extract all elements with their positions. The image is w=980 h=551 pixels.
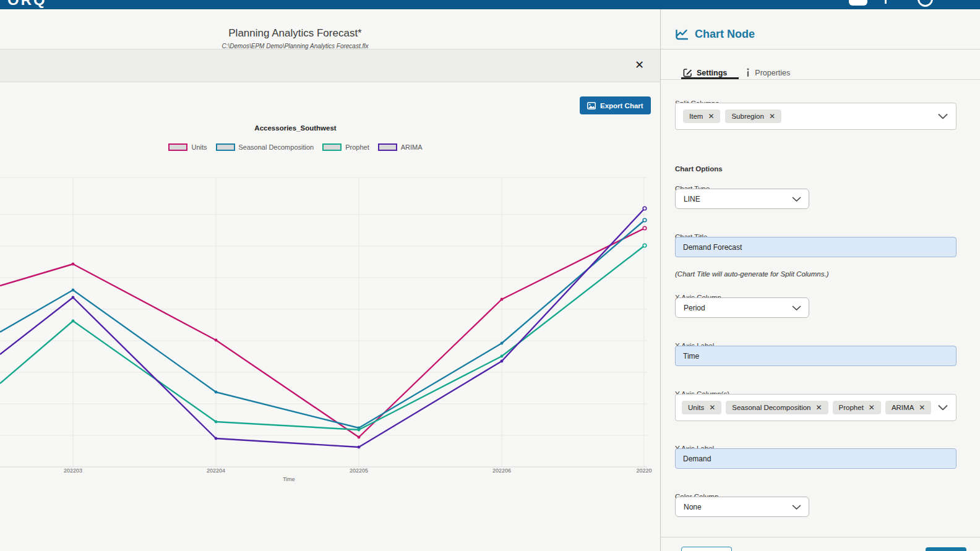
x-axis-column-select[interactable]: Period bbox=[675, 297, 809, 318]
account-circle-icon[interactable] bbox=[918, 0, 933, 7]
chevron-down-icon bbox=[792, 305, 801, 310]
chip-label: Subregion bbox=[731, 113, 763, 120]
data-point bbox=[643, 218, 647, 222]
divider bbox=[661, 49, 980, 49]
x-tick-label: 202204 bbox=[207, 468, 225, 474]
info-icon bbox=[746, 68, 750, 77]
chip-remove-icon[interactable]: ✕ bbox=[919, 404, 925, 411]
data-point bbox=[501, 298, 504, 301]
chip-seasonal-decomposition[interactable]: Seasonal Decomposition ✕ bbox=[726, 401, 828, 414]
split-columns-select[interactable]: Item ✕ Subregion ✕ bbox=[675, 103, 956, 130]
series-line-seasonal-decomposition bbox=[0, 220, 645, 428]
chart-panel: 20220320220420220520220620220Time Export… bbox=[0, 82, 660, 551]
chart-type-select[interactable]: LINE bbox=[675, 189, 809, 209]
x-axis-column-value: Period bbox=[684, 304, 705, 312]
chevron-down-icon bbox=[792, 197, 801, 202]
chart-node-panel: Chart Node Settings Properties Spli bbox=[660, 9, 980, 551]
panel-tabs: Settings Properties bbox=[683, 68, 790, 77]
app-logo: ORQ bbox=[7, 0, 47, 9]
chip-label: Seasonal Decomposition bbox=[732, 404, 810, 411]
x-tick-label: 202206 bbox=[492, 468, 511, 474]
chevron-down-icon bbox=[792, 505, 801, 510]
toolbar-list-icon[interactable] bbox=[883, 0, 900, 6]
line-chart: 20220320220420220520220620220Time bbox=[0, 82, 660, 551]
chip-subregion[interactable]: Subregion ✕ bbox=[725, 109, 781, 123]
edit-icon bbox=[683, 68, 692, 77]
panel-secondary-button[interactable] bbox=[681, 547, 732, 551]
document-header: Planning Analytics Forecast* C:\Demos\EP… bbox=[0, 9, 660, 49]
chart-type-value: LINE bbox=[684, 195, 700, 203]
legend-label: Units bbox=[191, 143, 207, 151]
chevron-down-icon bbox=[938, 405, 948, 411]
x-axis-label-input[interactable] bbox=[675, 346, 956, 366]
data-point bbox=[501, 342, 504, 345]
close-icon[interactable]: ✕ bbox=[635, 58, 644, 72]
legend-swatch bbox=[168, 143, 187, 151]
panel-title: Chart Node bbox=[695, 28, 755, 41]
line-chart-icon bbox=[675, 28, 689, 41]
list-icon-bar bbox=[885, 0, 887, 4]
data-point bbox=[501, 355, 504, 358]
legend-item-units[interactable]: Units bbox=[168, 143, 207, 151]
legend-label: Seasonal Decomposition bbox=[239, 143, 314, 151]
x-axis-title: Time bbox=[283, 476, 295, 482]
legend-swatch bbox=[216, 143, 235, 151]
data-point bbox=[72, 263, 75, 266]
data-point bbox=[358, 429, 361, 432]
x-tick-label: 20220 bbox=[636, 468, 651, 474]
chart-title: Accessories_Southwest bbox=[0, 124, 591, 132]
legend-item-arima[interactable]: ARIMA bbox=[378, 143, 423, 151]
legend-swatch bbox=[378, 143, 397, 151]
panel-header: Chart Node bbox=[675, 28, 755, 41]
chart-title-note: (Chart Title will auto-generate for Spli… bbox=[675, 270, 829, 278]
chip-label: Item bbox=[689, 113, 703, 120]
chip-remove-icon[interactable]: ✕ bbox=[769, 113, 775, 120]
data-point bbox=[643, 207, 647, 210]
chip-remove-icon[interactable]: ✕ bbox=[815, 404, 822, 411]
tab-settings[interactable]: Settings bbox=[683, 68, 727, 77]
legend-item-prophet[interactable]: Prophet bbox=[322, 143, 369, 151]
x-tick-label: 202205 bbox=[350, 468, 368, 474]
color-column-value: None bbox=[684, 503, 702, 511]
legend-item-seasonal-decomposition[interactable]: Seasonal Decomposition bbox=[216, 143, 314, 151]
tab-settings-label: Settings bbox=[697, 69, 727, 77]
legend-label: Prophet bbox=[345, 143, 369, 151]
x-tick-label: 202203 bbox=[64, 468, 82, 474]
chart-title-input[interactable] bbox=[675, 237, 956, 257]
chip-remove-icon[interactable]: ✕ bbox=[869, 404, 875, 411]
data-point bbox=[215, 391, 218, 394]
document-title: Planning Analytics Forecast* bbox=[228, 27, 361, 40]
divider bbox=[661, 79, 980, 80]
chip-units[interactable]: Units ✕ bbox=[682, 401, 721, 414]
chip-remove-icon[interactable]: ✕ bbox=[708, 113, 714, 120]
export-chart-button[interactable]: Export Chart bbox=[580, 96, 651, 114]
app-window: ORQ Planning Analytics Forecast* C:\Demo… bbox=[0, 0, 980, 551]
data-point bbox=[643, 244, 647, 247]
data-point bbox=[215, 437, 218, 440]
chip-label: Prophet bbox=[839, 404, 864, 411]
chip-item[interactable]: Item ✕ bbox=[683, 109, 720, 123]
toolbar-card-icon[interactable] bbox=[849, 0, 867, 6]
chip-arima[interactable]: ARIMA ✕ bbox=[885, 401, 931, 414]
color-column-select[interactable]: None bbox=[675, 497, 809, 517]
panel-primary-button[interactable] bbox=[926, 547, 966, 551]
data-point bbox=[643, 226, 647, 230]
data-point bbox=[358, 446, 361, 449]
divider bbox=[661, 537, 980, 537]
y-axis-columns-select[interactable]: Units ✕ Seasonal Decomposition ✕ Prophet… bbox=[675, 394, 956, 421]
data-point bbox=[358, 436, 361, 439]
series-line-arima bbox=[0, 208, 645, 447]
tab-properties-label: Properties bbox=[755, 69, 790, 77]
image-icon bbox=[587, 102, 596, 109]
chart-legend: UnitsSeasonal DecompositionProphetARIMA bbox=[0, 143, 591, 151]
tab-properties[interactable]: Properties bbox=[746, 68, 790, 77]
chip-prophet[interactable]: Prophet ✕ bbox=[833, 401, 881, 414]
chip-remove-icon[interactable]: ✕ bbox=[709, 404, 715, 411]
data-point bbox=[72, 289, 75, 292]
chart-options-heading: Chart Options bbox=[675, 165, 723, 173]
chevron-down-icon bbox=[938, 114, 948, 119]
data-point bbox=[215, 421, 218, 424]
chart-toolbar-strip: ✕ bbox=[0, 49, 660, 82]
y-axis-label-input[interactable] bbox=[675, 448, 956, 469]
series-line-units bbox=[0, 228, 645, 437]
